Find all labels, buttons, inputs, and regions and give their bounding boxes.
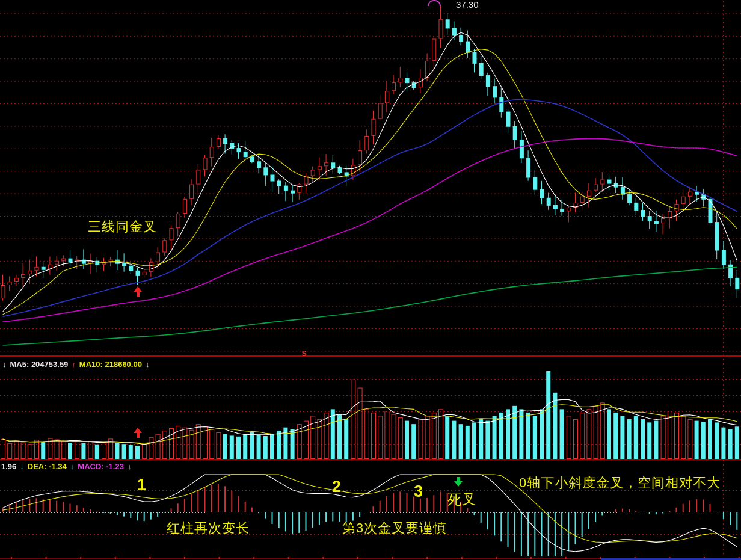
death-cross-down-arrow-icon [454, 477, 463, 487]
volume-trend-down-icon: ↓ [2, 360, 7, 368]
macd-trend-down-icon: ↓ [128, 463, 132, 470]
wave-count-1: 1 [137, 477, 146, 493]
peak-price-label: 37.30 [456, 0, 479, 9]
macd-dea-label: DEA: -1.34 [28, 463, 67, 470]
macd-trend-down-icon: ↓ [70, 463, 75, 470]
volume-trend-down-icon: ↓ [146, 360, 150, 368]
wave-count-2: 2 [332, 479, 341, 495]
death-cross-label: 死叉 [447, 493, 476, 506]
volume-ma5-label: MA5: 204753.59 [10, 360, 69, 368]
event-marker-label: $ [302, 349, 306, 357]
volume-header: ↓ MA5: 204753.59 ↑ MA10: 218660.00 ↓ [2, 360, 149, 368]
macd-header: 1.96 ↓ DEA: -1.34 ↓ MACD: -1.23 ↓ [1, 463, 131, 470]
below-zero-golden-cross-note: 0轴下小斜度金叉，空间相对不大 [519, 476, 721, 490]
red-bars-longer-note: 红柱再次变长 [167, 522, 250, 535]
macd-trend-down-icon: ↓ [20, 463, 24, 470]
volume-up-arrow-icon [134, 428, 142, 438]
arrow-stem [137, 292, 140, 297]
arrow-head [454, 481, 463, 487]
arrow-stem [457, 477, 460, 481]
arrow-head [134, 428, 142, 433]
golden-cross-annotation: 三线同金叉 [88, 220, 157, 233]
volume-ma10-label: MA10: 218660.00 [79, 360, 142, 368]
third-golden-cross-note: 第3次金叉要谨慎 [342, 522, 447, 535]
arrow-stem [137, 433, 140, 438]
volume-trend-up-icon: ↑ [72, 360, 76, 368]
arrow-head [134, 286, 142, 292]
buy-signal-up-arrow-icon [134, 286, 142, 297]
wave-count-3: 3 [414, 484, 423, 500]
macd-dif-value: 1.96 [1, 463, 16, 470]
macd-value-label: MACD: -1.23 [78, 463, 124, 470]
stock-chart-window: 37.30 三线同金叉 $ ↓ MA5: 204753.59 ↑ MA10: 2… [0, 0, 741, 560]
